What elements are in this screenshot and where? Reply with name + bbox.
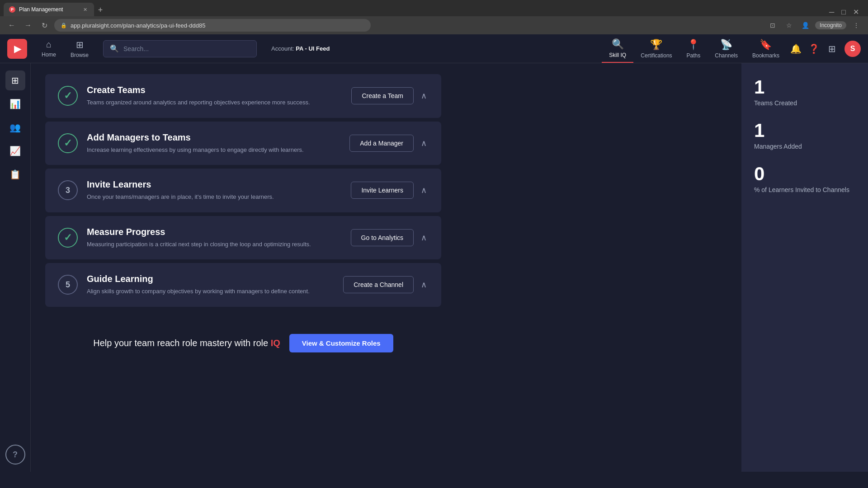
tab-bar: P Plan Management ✕ + ─ □ ✕ [0,0,868,16]
new-tab-button[interactable]: + [94,4,107,16]
main-content-wrapper: ✓ Create Teams Teams organized around an… [31,63,868,472]
nav-home[interactable]: ⌂ Home [34,36,63,61]
menu-button[interactable]: ⋮ [850,19,863,32]
browse-icon: ⊞ [76,39,84,50]
nav-paths[interactable]: 📍 Paths [679,35,708,62]
sidebar-item-reports[interactable]: 📈 [5,141,25,161]
nav-certifications[interactable]: 🏆 Certifications [633,35,679,62]
step-5-actions: Create a Channel ∧ [343,276,429,293]
lock-icon: 🔒 [61,23,67,28]
stat-learners-label: % of Learners Invited to Channels [754,186,855,193]
nav-channels[interactable]: 📡 Channels [708,35,745,62]
step-3-indicator: 3 [58,180,78,200]
step-1-title: Create Teams [87,85,342,95]
user-avatar[interactable]: S [844,41,861,57]
nav-browse[interactable]: ⊞ Browse [63,36,96,62]
step-4-actions: Go to Analytics ∧ [351,229,429,246]
bookmarks-icon: 🔖 [760,39,772,51]
search-bar[interactable]: 🔍 Search... [103,40,257,57]
create-channel-button[interactable]: Create a Channel [343,276,414,293]
step-3-actions: Invite Learners ∧ [351,182,429,199]
step-2-content: Add Managers to Teams Increase learning … [87,132,340,155]
home-label: Home [42,52,56,58]
step-1-collapse-button[interactable]: ∧ [419,89,429,103]
invite-learners-button[interactable]: Invite Learners [351,182,414,199]
dashboard-icon: ⊞ [11,75,19,86]
app-container: ▶ ⌂ Home ⊞ Browse 🔍 Search... Account: P… [0,34,868,472]
logo-button[interactable]: ▶ [7,39,27,59]
step-4-content: Measure Progress Measuring participation… [87,227,342,249]
step-1-indicator: ✓ [58,86,78,106]
incognito-label: Incognito [815,21,846,29]
help-button[interactable]: ❓ [805,40,823,58]
top-nav: ▶ ⌂ Home ⊞ Browse 🔍 Search... Account: P… [0,34,868,63]
step-1-content: Create Teams Teams organized around anal… [87,85,342,107]
analytics-icon: 📊 [9,99,21,109]
notifications-button[interactable]: 🔔 [787,40,805,58]
sidebar: ⊞ 📊 👥 📈 📋 ? [0,63,31,472]
bottom-banner: Help your team reach role mastery with r… [45,325,441,361]
sidebar-help-button[interactable]: ? [5,445,25,465]
active-tab[interactable]: P Plan Management ✕ [4,3,94,16]
step-guide-learning: 5 Guide Learning Align skills growth to … [45,263,441,307]
close-button[interactable]: ✕ [853,8,859,16]
view-customize-roles-button[interactable]: View & Customize Roles [289,334,393,352]
sidebar-item-analytics[interactable]: 📊 [5,94,25,114]
browse-label: Browse [71,52,89,58]
step-4-indicator: ✓ [58,228,78,248]
step-measure-progress: ✓ Measure Progress Measuring participati… [45,216,441,260]
nav-skill-iq[interactable]: 🔍 Skill IQ [602,35,633,63]
sidebar-item-dashboard[interactable]: ⊞ [5,70,25,90]
url-text: app.pluralsight.com/plan-analytics/pa-ui… [71,22,205,29]
create-team-button[interactable]: Create a Team [351,87,414,104]
stat-teams-created: 1 Teams Created [754,78,855,107]
home-icon: ⌂ [46,39,52,50]
step-2-indicator: ✓ [58,133,78,153]
stat-learners-invited: 0 % of Learners Invited to Channels [754,164,855,193]
step-3-title: Invite Learners [87,179,342,190]
sidebar-item-teams[interactable]: 👥 [5,117,25,137]
step-2-collapse-button[interactable]: ∧ [419,136,429,150]
stat-managers-added: 1 Managers Added [754,121,855,150]
step-4-collapse-button[interactable]: ∧ [419,231,429,244]
nav-right: 🔍 Skill IQ 🏆 Certifications 📍 Paths 📡 Ch… [602,35,861,63]
content-icon: 📋 [9,169,21,180]
step-3-collapse-button[interactable]: ∧ [419,183,429,197]
stat-learners-number: 0 [754,164,855,183]
step-5-collapse-button[interactable]: ∧ [419,278,429,291]
banner-iq-label: IQ [271,338,280,348]
tab-favicon: P [9,6,15,13]
add-manager-button[interactable]: Add a Manager [349,135,414,152]
address-bar[interactable]: 🔒 app.pluralsight.com/plan-analytics/pa-… [54,19,371,32]
sidebar-bottom: ? [5,445,25,465]
stat-managers-number: 1 [754,121,855,140]
scrollable-content: ✓ Create Teams Teams organized around an… [31,63,741,472]
banner-text: Help your team reach role mastery with r… [93,338,280,348]
step-add-managers: ✓ Add Managers to Teams Increase learnin… [45,122,441,165]
sidebar-item-content[interactable]: 📋 [5,164,25,184]
search-placeholder: Search... [123,45,149,52]
step-2-desc: Increase learning effectiveness by using… [87,145,340,155]
back-button[interactable]: ← [5,19,18,32]
skill-iq-icon: 🔍 [612,38,624,50]
tab-close-button[interactable]: ✕ [81,6,89,13]
step-2-title: Add Managers to Teams [87,132,340,143]
step-5-desc: Align skills growth to company objective… [87,287,334,296]
step-1-actions: Create a Team ∧ [351,87,429,104]
apps-button[interactable]: ⊞ [823,40,841,58]
account-name: PA - UI Feed [296,45,330,52]
paths-icon: 📍 [687,39,699,51]
refresh-button[interactable]: ↻ [38,19,51,32]
maximize-button[interactable]: □ [841,8,846,16]
bookmark-icon[interactable]: ☆ [783,19,795,32]
forward-button[interactable]: → [22,19,34,32]
go-to-analytics-button[interactable]: Go to Analytics [351,229,414,246]
profile-icon[interactable]: 👤 [799,19,811,32]
cast-icon[interactable]: ⊡ [766,19,779,32]
steps-list: ✓ Create Teams Teams organized around an… [31,63,456,372]
minimize-button[interactable]: ─ [829,8,834,16]
step-create-teams: ✓ Create Teams Teams organized around an… [45,74,441,118]
nav-bookmarks[interactable]: 🔖 Bookmarks [745,35,787,62]
tab-title: Plan Management [19,6,63,13]
stat-teams-label: Teams Created [754,99,855,107]
